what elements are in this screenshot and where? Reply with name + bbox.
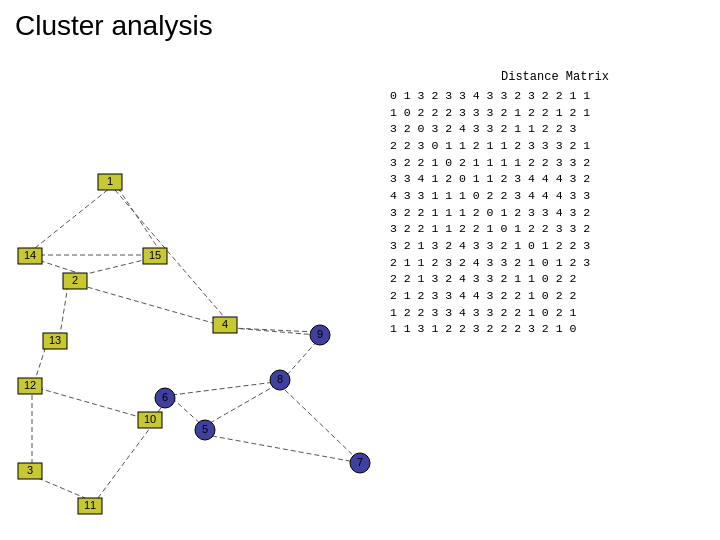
svg-text:9: 9: [317, 328, 323, 340]
matrix-row: 2 2 3 0 1 1 2 1 1 2 3 3 3 2 1: [390, 138, 720, 155]
matrix-row: 4 3 3 1 1 1 0 2 2 3 4 4 4 3 3: [390, 188, 720, 205]
svg-line-13: [172, 398, 202, 425]
matrix-row: 3 2 2 1 1 2 2 1 0 1 2 2 3 3 2: [390, 221, 720, 238]
svg-text:14: 14: [24, 249, 36, 261]
svg-text:12: 12: [24, 379, 36, 391]
svg-line-19: [38, 388, 143, 418]
svg-line-15: [287, 340, 318, 375]
page-title: Cluster analysis: [15, 10, 213, 42]
svg-text:13: 13: [49, 334, 61, 346]
matrix-row: 1 1 3 1 2 2 3 2 2 2 3 2 1 0: [390, 321, 720, 338]
matrix-row: 1 2 2 3 3 4 3 3 2 2 1 0 2 1: [390, 305, 720, 322]
matrix-row: 3 3 4 1 2 0 1 1 2 3 4 4 4 3 2: [390, 171, 720, 188]
svg-text:4: 4: [222, 318, 228, 330]
matrix-title: Distance Matrix: [390, 70, 720, 84]
matrix-row: 1 0 2 2 2 3 3 3 2 1 2 2 1 2 1: [390, 105, 720, 122]
svg-line-10: [38, 478, 85, 498]
svg-line-21: [212, 436, 355, 462]
svg-text:2: 2: [72, 274, 78, 286]
svg-line-3: [115, 190, 225, 318]
matrix-row: 2 2 1 3 2 4 3 3 2 1 1 0 2 2: [390, 271, 720, 288]
svg-text:5: 5: [202, 423, 208, 435]
svg-text:7: 7: [357, 456, 363, 468]
svg-line-2: [118, 188, 158, 248]
svg-text:8: 8: [277, 373, 283, 385]
svg-line-1: [35, 188, 110, 248]
svg-line-18: [285, 390, 358, 460]
svg-line-11: [98, 428, 150, 498]
matrix-rows: 0 1 3 2 3 3 4 3 3 2 3 2 2 1 11 0 2 2 2 3…: [390, 88, 720, 338]
svg-line-5: [82, 258, 152, 275]
matrix-row: 2 1 2 3 3 4 4 3 2 2 1 0 2 2: [390, 288, 720, 305]
svg-text:1: 1: [107, 175, 113, 187]
svg-text:11: 11: [84, 499, 96, 511]
graph-area: 1 2 3 4 10 11 12 13 14 15 5 6: [0, 70, 400, 530]
svg-line-7: [60, 285, 68, 335]
matrix-row: 3 2 1 3 2 4 3 3 2 1 0 1 2 2 3: [390, 238, 720, 255]
matrix-row: 0 1 3 2 3 3 4 3 3 2 3 2 2 1 1: [390, 88, 720, 105]
svg-text:6: 6: [162, 391, 168, 403]
svg-text:3: 3: [27, 464, 33, 476]
svg-line-6: [80, 285, 220, 325]
svg-text:10: 10: [144, 413, 156, 425]
svg-line-14: [210, 384, 278, 423]
svg-line-4: [38, 260, 75, 272]
svg-text:15: 15: [149, 249, 161, 261]
matrix-area: Distance Matrix 0 1 3 2 3 3 4 3 3 2 3 2 …: [390, 70, 720, 530]
matrix-row: 3 2 2 1 0 2 1 1 1 1 2 2 3 3 2: [390, 155, 720, 172]
matrix-row: 3 2 2 1 1 1 2 0 1 2 3 3 4 3 2: [390, 205, 720, 222]
matrix-row: 3 2 0 3 2 4 3 3 2 1 1 2 2 3: [390, 121, 720, 138]
svg-line-20: [172, 382, 275, 395]
matrix-row: 2 1 1 2 3 2 4 3 3 2 1 0 1 2 3: [390, 255, 720, 272]
